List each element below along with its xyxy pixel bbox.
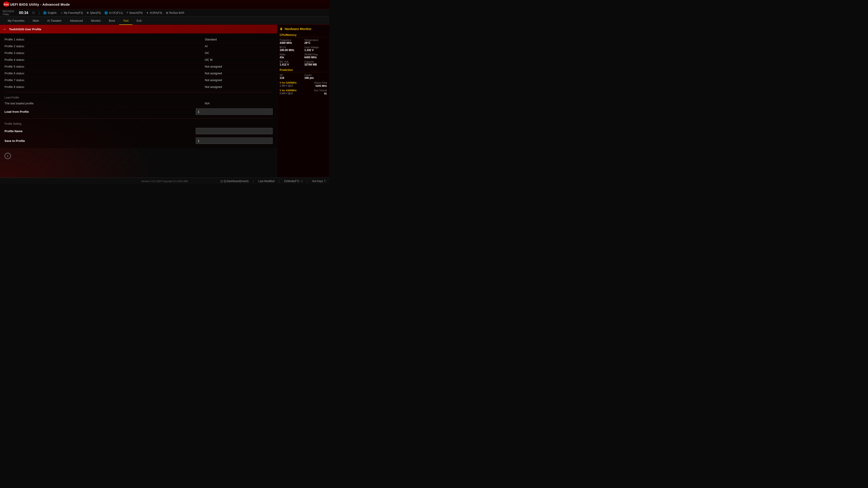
aura-icon: ✦ [146, 11, 149, 14]
hw-sp: SP 119 [280, 74, 302, 79]
toolbar-aura[interactable]: ✦ AURA(F4) [146, 11, 162, 14]
nav-item-boot[interactable]: Boot [105, 17, 119, 25]
toolbar-english[interactable]: 🌐 English [43, 11, 57, 14]
toolbar-search[interactable]: ? Search(F9) [127, 11, 143, 14]
profile-row-2: Profile 2 status: AI [4, 43, 273, 50]
toolbar-qfan[interactable]: ❄ Qfan(F6) [87, 11, 101, 14]
hotkeys-icon: ? [324, 180, 326, 183]
nav-item-monitor[interactable]: Monitor [87, 17, 105, 25]
hw-cooler: Cooler 166 pts [305, 74, 327, 79]
hw-bclk: BCLK 100.00 MHz [280, 46, 302, 52]
toolbar-myfavorite[interactable]: ☆ My Favorite(F3) [60, 11, 83, 14]
footer-qdashboard[interactable]: ◫ Q-Dashboard(Insert) [220, 180, 249, 183]
toolbar: 09/27/2024 Friday 00:34 ⚙ | 🌐 English ☆ … [0, 9, 329, 17]
load-from-profile-row: Load from Profile [4, 107, 273, 117]
cpu-memory-title: CPU/Memory [280, 33, 327, 37]
profile-row-5: Profile 5 status: Not assigned [4, 63, 273, 70]
load-profile-header: Load Profile [4, 94, 273, 100]
hw-core-voltage: Core Voltage 1.332 V [305, 46, 327, 52]
hw-temperature: Temperature 28°C [305, 39, 327, 44]
breadcrumb: ← Tool\ASUS User Profile [0, 25, 277, 33]
hw-v4300-row: V for 4300MHz Dos Thresh 0.930 V @L5 91 [280, 89, 327, 95]
ai-icon: 🌐 [104, 11, 108, 14]
info-icon-area: i [0, 148, 277, 164]
profile-content: Profile 1 status: Standard Profile 2 sta… [0, 33, 277, 148]
last-loaded-row: The last loaded profile: N/A [4, 100, 273, 107]
save-to-profile-row: Save to Profile [4, 136, 273, 145]
toolbar-datetime: 09/27/2024 Friday [3, 10, 14, 16]
toolbar-time: 00:34 [19, 11, 28, 15]
profile-row-3: Profile 3 status: OC [4, 50, 273, 57]
profile-row-7: Profile 7 status: Not assigned [4, 77, 273, 84]
content-area: ← Tool\ASUS User Profile Profile 1 statu… [0, 25, 277, 177]
hw-mc-volt: MC Volt. 1.412 V [280, 60, 302, 66]
save-to-profile-input[interactable] [196, 138, 273, 144]
dashboard-icon: ◫ [220, 180, 223, 183]
hw-dram-freq: DRAM Freq. 6400 MHz [305, 53, 327, 59]
hw-panel-title: 🖥 Hardware Monitor [280, 27, 327, 31]
main-layout: ← Tool\ASUS User Profile Profile 1 statu… [0, 25, 329, 177]
header-title: UEFI BIOS Utility - Advanced Mode [10, 2, 70, 6]
nav-item-advanced[interactable]: Advanced [66, 17, 87, 25]
globe-icon: 🌐 [43, 11, 46, 14]
footer-ezmode[interactable]: EzMode(F7) ⊣ [284, 180, 302, 183]
fan-icon: ❄ [87, 11, 89, 14]
back-arrow-icon[interactable]: ← [3, 27, 7, 31]
profile-row-4: Profile 4 status: OC M [4, 57, 273, 63]
prediction-title: Prediction [280, 68, 327, 72]
nav-item-tool[interactable]: Tool [119, 17, 133, 25]
footer: Version 2.22.1284 Copyright (C) 2024 AMI… [0, 177, 329, 184]
profile-row-8: Profile 8 status: Not assigned [4, 84, 273, 90]
footer-last-modified[interactable]: Last Modified [258, 180, 274, 183]
monitor-icon: 🖥 [280, 27, 283, 31]
footer-version: Version 2.22.1284 Copyright (C) 2024 AMI [141, 180, 188, 183]
resize-icon: ⊞ [166, 11, 168, 14]
rog-logo-icon: ROG [3, 1, 10, 8]
hw-cpu-grid: Frequency 4300 MHz Temperature 28°C BCLK… [280, 39, 327, 66]
search-icon: ? [127, 11, 128, 14]
hw-prediction-grid: SP 119 Cooler 166 pts [280, 74, 327, 79]
nav-item-myfavorites[interactable]: My Favorites [4, 17, 29, 25]
profile-row-6: Profile 6 status: Not assigned [4, 70, 273, 77]
toolbar-resize[interactable]: ⊞ ReSize BAR [166, 11, 184, 14]
header: ROG UEFI BIOS Utility - Advanced Mode [0, 0, 329, 9]
info-icon[interactable]: i [4, 153, 11, 159]
toolbar-aioc[interactable]: 🌐 AI OC(F11) [104, 11, 123, 14]
hw-capacity: Capacity 32768 MB [305, 60, 327, 66]
svg-text:ROG: ROG [4, 3, 9, 6]
profile-row-1: Profile 1 status: Standard [4, 36, 273, 43]
profile-name-row: Profile Name [4, 126, 273, 136]
profile-setting-header: Profile Setting [4, 121, 273, 126]
footer-hotkeys[interactable]: Hot Keys ? [312, 180, 326, 183]
ezmode-icon: ⊣ [300, 180, 303, 183]
breadcrumb-text: Tool\ASUS User Profile [9, 28, 41, 31]
nav-item-exit[interactable]: Exit [132, 17, 146, 25]
load-from-profile-input[interactable] [196, 108, 273, 115]
hardware-monitor-panel: 🖥 Hardware Monitor CPU/Memory Frequency … [277, 25, 329, 177]
favorite-icon: ☆ [60, 11, 63, 14]
hw-frequency-label: Frequency 4300 MHz [280, 39, 302, 44]
navbar: My Favorites Main Ai Tweaker Advanced Mo… [0, 17, 329, 25]
hw-ratio: Ratio 43x [280, 53, 302, 59]
hw-v5205-row: V for 5205MHz Heavy Freq 1.260 V @L5 520… [280, 81, 327, 87]
profile-name-input[interactable] [196, 128, 273, 134]
nav-item-aitweaker[interactable]: Ai Tweaker [43, 17, 66, 25]
nav-item-main[interactable]: Main [29, 17, 43, 25]
